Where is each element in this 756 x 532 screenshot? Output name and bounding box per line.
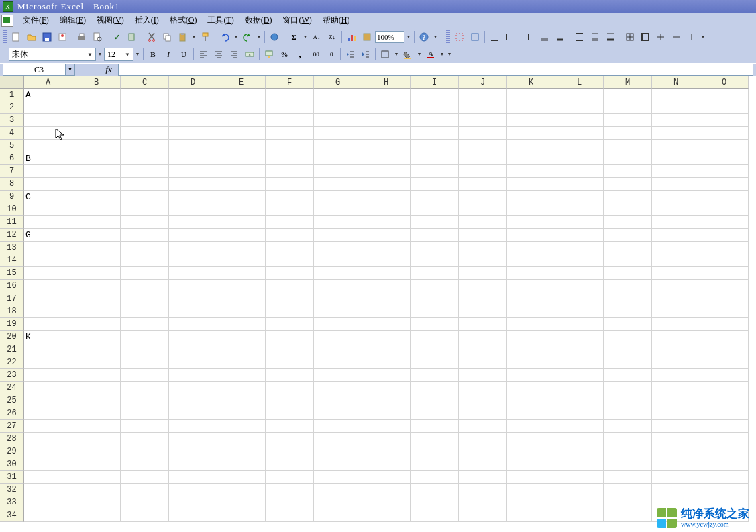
- cell[interactable]: [169, 509, 217, 522]
- cell[interactable]: [411, 152, 459, 165]
- cell[interactable]: [314, 101, 362, 114]
- cell[interactable]: [459, 114, 507, 127]
- row-header[interactable]: 23: [0, 369, 24, 382]
- cell[interactable]: [555, 369, 604, 382]
- cell[interactable]: [314, 292, 362, 305]
- cell[interactable]: [507, 318, 555, 331]
- cell[interactable]: [362, 318, 411, 331]
- cell[interactable]: [217, 496, 266, 509]
- cell[interactable]: [169, 356, 217, 369]
- cell[interactable]: [507, 471, 555, 484]
- cut-button[interactable]: [144, 30, 159, 44]
- cell[interactable]: [266, 407, 314, 420]
- cell[interactable]: [555, 484, 604, 496]
- cell[interactable]: [652, 382, 700, 394]
- cell[interactable]: K: [24, 331, 72, 343]
- menu-o[interactable]: 格式(O): [164, 14, 203, 26]
- cell[interactable]: [411, 127, 459, 140]
- cell[interactable]: [217, 382, 266, 394]
- cell[interactable]: [121, 369, 169, 382]
- cell[interactable]: [411, 509, 459, 522]
- cell[interactable]: [314, 191, 362, 203]
- cell[interactable]: [459, 471, 507, 484]
- cell[interactable]: [604, 89, 652, 101]
- cell[interactable]: [459, 216, 507, 229]
- cell[interactable]: [411, 216, 459, 229]
- cell[interactable]: [604, 343, 652, 356]
- cell[interactable]: [700, 343, 749, 356]
- cell[interactable]: [314, 203, 362, 216]
- print-preview-button[interactable]: [90, 30, 105, 44]
- cell[interactable]: [604, 305, 652, 318]
- row-header[interactable]: 25: [0, 394, 24, 407]
- row-header[interactable]: 21: [0, 343, 24, 356]
- cell[interactable]: [700, 458, 749, 471]
- cell[interactable]: [411, 267, 459, 280]
- format-painter-button[interactable]: [198, 30, 213, 44]
- cell[interactable]: [362, 216, 411, 229]
- cell[interactable]: [411, 242, 459, 254]
- cell[interactable]: [314, 165, 362, 178]
- cell[interactable]: [217, 267, 266, 280]
- cell[interactable]: [24, 165, 72, 178]
- paste-button[interactable]: [175, 30, 190, 44]
- cell[interactable]: [314, 216, 362, 229]
- cell[interactable]: [604, 369, 652, 382]
- undo-button[interactable]: [217, 30, 232, 44]
- cell[interactable]: [266, 318, 314, 331]
- cell[interactable]: [459, 178, 507, 191]
- cell[interactable]: [362, 445, 411, 458]
- row-header[interactable]: 33: [0, 496, 24, 509]
- cell[interactable]: [121, 140, 169, 152]
- cell[interactable]: [604, 165, 652, 178]
- cell[interactable]: [604, 458, 652, 471]
- cell[interactable]: [700, 242, 749, 254]
- cell[interactable]: [24, 356, 72, 369]
- cell[interactable]: [459, 369, 507, 382]
- cell[interactable]: [555, 127, 604, 140]
- cell[interactable]: [555, 203, 604, 216]
- cell[interactable]: [121, 191, 169, 203]
- cell[interactable]: [169, 140, 217, 152]
- zoom-dropdown[interactable]: ▼: [405, 30, 412, 44]
- column-header[interactable]: D: [169, 76, 217, 89]
- cell[interactable]: [652, 280, 700, 292]
- cell[interactable]: [411, 292, 459, 305]
- row-header[interactable]: 29: [0, 445, 24, 458]
- cell[interactable]: [507, 407, 555, 420]
- cell[interactable]: [266, 496, 314, 509]
- cell[interactable]: [314, 445, 362, 458]
- cell[interactable]: [217, 471, 266, 484]
- cell[interactable]: [314, 178, 362, 191]
- cell[interactable]: [314, 369, 362, 382]
- cell[interactable]: [314, 496, 362, 509]
- cell[interactable]: [555, 458, 604, 471]
- cell[interactable]: [121, 216, 169, 229]
- row-header[interactable]: 20: [0, 331, 24, 343]
- cell[interactable]: [604, 127, 652, 140]
- cell[interactable]: [169, 471, 217, 484]
- cell[interactable]: [121, 496, 169, 509]
- row-header[interactable]: 2: [0, 101, 24, 114]
- cell[interactable]: [266, 356, 314, 369]
- border-bottom-button[interactable]: [487, 30, 502, 44]
- menu-i[interactable]: 插入(I): [129, 14, 164, 26]
- cell[interactable]: [72, 509, 121, 522]
- cell[interactable]: [217, 407, 266, 420]
- cell[interactable]: [121, 484, 169, 496]
- cell[interactable]: [169, 152, 217, 165]
- cell[interactable]: [555, 420, 604, 433]
- cell[interactable]: [507, 356, 555, 369]
- cell[interactable]: [217, 254, 266, 267]
- cell[interactable]: [266, 101, 314, 114]
- cell[interactable]: [362, 229, 411, 242]
- cell[interactable]: [652, 89, 700, 101]
- font-color-dropdown[interactable]: ▼: [439, 47, 445, 62]
- cell[interactable]: [266, 458, 314, 471]
- cell[interactable]: [169, 127, 217, 140]
- cell[interactable]: [217, 191, 266, 203]
- cell[interactable]: [362, 292, 411, 305]
- toolbar-handle[interactable]: [446, 30, 450, 44]
- cell[interactable]: [72, 254, 121, 267]
- menu-f[interactable]: 文件(F): [17, 14, 54, 26]
